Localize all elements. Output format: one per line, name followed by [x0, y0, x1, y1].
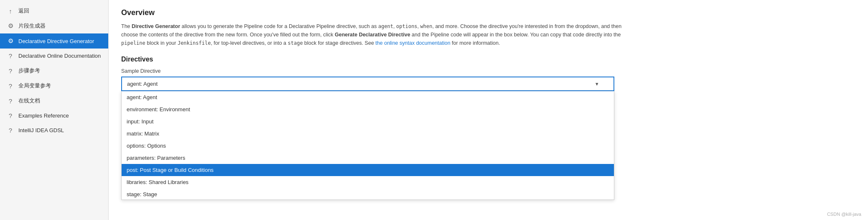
intellij-idea-gdsl-icon: ?: [7, 127, 14, 134]
snippet-gen-icon: ⚙: [7, 22, 14, 30]
sidebar-label-declarative-directive-gen: Declarative Directive Generator: [18, 38, 94, 44]
sidebar-label-global-var-reference: 全局变量参考: [18, 82, 51, 90]
sidebar-item-declarative-online-doc[interactable]: ?Declarative Online Documentation: [0, 49, 108, 63]
footer-watermark: CSDN @kill-java: [827, 212, 861, 217]
declarative-online-doc-icon: ?: [7, 52, 14, 59]
sidebar-item-intellij-idea-gdsl[interactable]: ?IntelliJ IDEA GDSL: [0, 123, 108, 138]
main-content: Overview The Directive Generator allows …: [109, 0, 868, 220]
sidebar-label-back: 返回: [18, 7, 29, 15]
dropdown-option-post[interactable]: post: Post Stage or Build Conditions: [122, 164, 614, 176]
dropdown-option-agent[interactable]: agent: Agent: [122, 91, 614, 103]
sidebar-item-back[interactable]: ↑返回: [0, 3, 108, 18]
dropdown-option-options[interactable]: options: Options: [122, 140, 614, 152]
sample-directive-label: Sample Directive: [121, 68, 855, 74]
dropdown-option-matrix[interactable]: matrix: Matrix: [122, 128, 614, 140]
sidebar-label-declarative-online-doc: Declarative Online Documentation: [18, 53, 101, 59]
global-var-reference-icon: ?: [7, 82, 14, 90]
back-icon: ↑: [7, 8, 14, 15]
sample-directive-select[interactable]: agent: Agent ▾: [121, 77, 614, 91]
sidebar-label-online-docs: 在线文档: [18, 97, 40, 105]
select-value: agent: Agent: [127, 81, 158, 87]
examples-reference-icon: ?: [7, 112, 14, 119]
sidebar-label-examples-reference: Examples Reference: [18, 113, 69, 119]
dropdown-option-input[interactable]: input: Input: [122, 115, 614, 128]
sidebar-item-step-reference[interactable]: ?步骤参考: [0, 63, 108, 78]
dropdown-option-libraries[interactable]: libraries: Shared Libraries: [122, 176, 614, 188]
sidebar-label-snippet-gen: 片段生成器: [18, 22, 46, 30]
sample-directive-select-wrapper: agent: Agent ▾ agent: Agentenvironment: …: [121, 77, 614, 91]
chevron-down-icon: ▾: [596, 81, 598, 87]
sidebar-item-global-var-reference[interactable]: ?全局变量参考: [0, 78, 108, 93]
sidebar-item-declarative-directive-gen[interactable]: ⚙Declarative Directive Generator: [0, 33, 108, 49]
directives-section-title: Directives: [121, 56, 855, 63]
dropdown-option-stage[interactable]: stage: Stage: [122, 188, 614, 200]
step-reference-icon: ?: [7, 67, 14, 74]
overview-description: The Directive Generator allows you to ge…: [121, 22, 623, 47]
sidebar: ↑返回⚙片段生成器⚙Declarative Directive Generato…: [0, 0, 109, 220]
sidebar-label-intellij-idea-gdsl: IntelliJ IDEA GDSL: [18, 127, 64, 133]
page-title: Overview: [121, 8, 855, 17]
sidebar-item-snippet-gen[interactable]: ⚙片段生成器: [0, 18, 108, 33]
dropdown-list: agent: Agentenvironment: Environmentinpu…: [121, 91, 614, 200]
dropdown-option-environment[interactable]: environment: Environment: [122, 103, 614, 115]
dropdown-option-parameters[interactable]: parameters: Parameters: [122, 152, 614, 164]
sidebar-item-examples-reference[interactable]: ?Examples Reference: [0, 108, 108, 123]
sidebar-label-step-reference: 步骤参考: [18, 67, 40, 74]
declarative-directive-gen-icon: ⚙: [7, 37, 14, 45]
online-syntax-link[interactable]: the online syntax documentation: [375, 40, 450, 46]
sidebar-item-online-docs[interactable]: ?在线文档: [0, 93, 108, 108]
online-docs-icon: ?: [7, 97, 14, 105]
